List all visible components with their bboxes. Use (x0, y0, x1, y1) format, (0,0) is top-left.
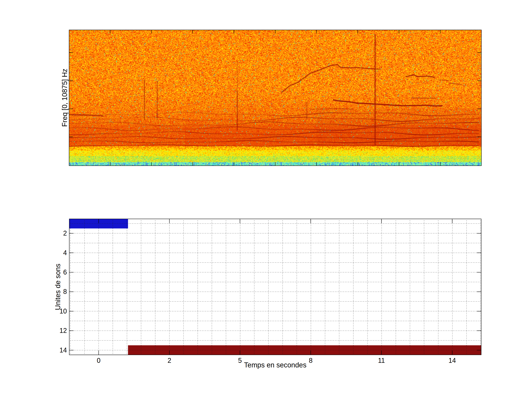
units-timeline-plot (69, 219, 481, 355)
timeline-xlabel: Temps en secondes (244, 361, 306, 369)
y-tick-label: 12 (50, 327, 67, 334)
x-tick-label: 14 (441, 357, 463, 364)
x-tick-label: 0 (88, 357, 110, 364)
y-tick-label: 8 (50, 288, 67, 295)
spectrogram-ylabel: Freq [0, 10875] Hz (61, 69, 69, 127)
y-tick-label: 10 (50, 308, 67, 315)
y-tick-label: 2 (50, 230, 67, 237)
x-tick-label: 5 (229, 357, 251, 364)
spectrogram-plot (69, 30, 481, 166)
x-tick-label: 11 (370, 357, 393, 364)
y-tick-label: 4 (50, 249, 67, 257)
x-tick-label: 2 (158, 357, 180, 364)
y-tick-label: 14 (50, 347, 67, 354)
y-tick-label: 6 (50, 269, 67, 276)
matlab-figure: { "figure": { "background": "#ffffff", "… (0, 0, 532, 399)
x-tick-label: 8 (300, 357, 322, 364)
